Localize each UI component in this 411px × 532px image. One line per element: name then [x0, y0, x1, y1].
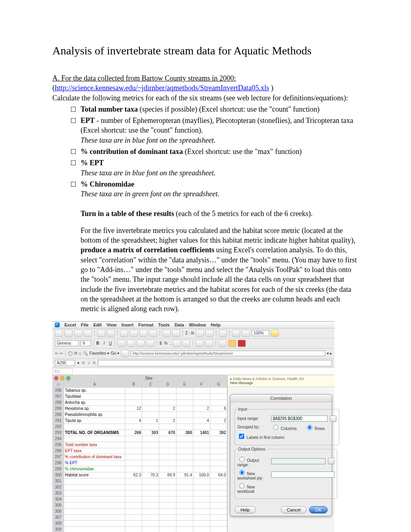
zoom-dot-icon[interactable] [66, 376, 71, 380]
minimize-dot-icon[interactable] [60, 376, 64, 380]
toolbar-button[interactable] [130, 330, 138, 337]
spreadsheet-grid[interactable]: ◇ABCDEFG286Tabanus sp.287Tipulidae288Ant… [52, 381, 227, 532]
increase-decimal-button[interactable] [172, 340, 181, 347]
borders-button[interactable] [218, 340, 226, 347]
radio-output-range[interactable]: Output range: [237, 455, 269, 467]
window-title: Stre [72, 376, 226, 380]
home-icon[interactable]: ⌂ [79, 351, 81, 355]
merge-button[interactable] [146, 340, 154, 347]
metric-chiro-note: These taxa are in green font on the spre… [81, 190, 219, 198]
back-icon[interactable]: ⇦ [55, 351, 58, 355]
toolbar-separator [183, 330, 183, 337]
menu-data[interactable]: Data [174, 322, 184, 327]
toolbar-button[interactable] [55, 330, 63, 337]
toolbar-separator [193, 340, 193, 347]
font-select[interactable]: Geneva [55, 340, 79, 346]
worksheet-name-field[interactable] [271, 472, 334, 478]
refresh-icon[interactable]: ⟳ [74, 351, 77, 355]
toolbar-button[interactable] [107, 330, 115, 337]
help-button[interactable]: Help [235, 506, 256, 513]
ok-button[interactable]: OK [309, 506, 328, 513]
zoom-select[interactable]: 100% [251, 330, 269, 336]
metric-total-taxa-desc: (species if possible) (Excel shortcut: u… [138, 105, 320, 113]
toolbar-button[interactable] [149, 330, 157, 337]
menu-format[interactable]: Format [138, 322, 153, 327]
menu-tools[interactable]: Tools [158, 322, 170, 327]
url-field[interactable]: http://science.kennesaw.edu/~jdirnber/aq… [131, 351, 325, 356]
font-size-select[interactable]: 9 [81, 340, 91, 346]
toolbar-button[interactable] [162, 330, 170, 337]
formula-input[interactable] [98, 360, 332, 366]
radio-new-workbook[interactable]: New workbook [237, 482, 269, 494]
metric-item-ept: EPT - number of Ephemeropteran (mayflies… [81, 116, 359, 145]
metric-item-chironomidae: % Chironomidae These taxa are in green f… [81, 179, 359, 199]
menu-excel[interactable]: Excel [64, 322, 76, 327]
input-range-field[interactable] [271, 416, 328, 422]
menu-window[interactable]: Window [189, 322, 206, 327]
metric-total-taxa-label: Total number taxa [81, 105, 138, 113]
radio-rows[interactable]: Rows [305, 424, 336, 431]
menu-edit[interactable]: Edit [93, 322, 102, 327]
go-button[interactable]: Go ▾ [111, 351, 119, 355]
toolbar-button[interactable] [219, 330, 227, 337]
toolbar-button[interactable] [196, 330, 204, 337]
indent-button[interactable] [195, 340, 203, 347]
decrease-decimal-button[interactable] [182, 340, 190, 347]
toolbar-button[interactable] [206, 330, 214, 337]
align-right-button[interactable] [137, 340, 145, 347]
toolbar-button[interactable] [139, 330, 147, 337]
toolbar-button[interactable] [84, 330, 92, 337]
close-dot-icon[interactable] [54, 376, 58, 380]
data-url-link[interactable]: http://science.kennesaw.edu/~jdirnber/aq… [55, 84, 269, 92]
toolbar-separator [117, 330, 118, 337]
toolbar-button[interactable] [74, 330, 82, 337]
range-picker-icon[interactable] [330, 416, 336, 422]
labels-first-checkbox[interactable]: Labels in first column [237, 432, 284, 440]
radio-columns[interactable]: Columns [271, 424, 303, 431]
toolbar-button[interactable] [121, 350, 129, 357]
dialog-title: Correlation [230, 395, 332, 402]
outdent-button[interactable] [205, 340, 213, 347]
accept-formula-icon[interactable]: ✓ [87, 361, 91, 365]
turn-in-bold: Turn in a table of these results [81, 210, 174, 218]
font-color-button[interactable] [238, 340, 246, 347]
web-toolbar: ⇦ ⇨ ◯ ⟳ ⌂ 🔍 Favorites ▾ Go ▾ http://scie… [52, 349, 334, 359]
toolbar-button[interactable] [242, 330, 250, 337]
radio-new-worksheet[interactable]: New worksheet ply: [237, 469, 269, 480]
metric-ept-label: EPT [81, 116, 95, 125]
help-icon[interactable] [271, 330, 279, 337]
menu-view[interactable]: View [106, 322, 116, 327]
toolbar-button[interactable] [64, 330, 73, 337]
cancel-button[interactable]: Cancel [281, 506, 307, 513]
forward-icon[interactable]: ⇨ [60, 351, 63, 355]
turn-in-rest: (each of the 5 metrics for each of the 6… [174, 210, 313, 218]
grouped-by-label: Grouped by: [237, 425, 269, 429]
toolbar-button[interactable] [172, 330, 180, 337]
corr-para-bold: produce a matrix of correlation coeffici… [81, 246, 214, 254]
align-center-button[interactable] [127, 340, 135, 347]
toolbar-button[interactable] [120, 330, 128, 337]
favorites-button[interactable]: Favorites ▾ [89, 351, 109, 355]
name-box[interactable]: A295 [55, 360, 75, 366]
toolbar-separator [160, 330, 160, 337]
menu-file[interactable]: File [81, 322, 89, 327]
menu-insert[interactable]: Insert [121, 322, 133, 327]
toolbar-separator [65, 350, 66, 357]
toolbar-button[interactable] [232, 330, 240, 337]
menu-help[interactable]: Help [211, 322, 220, 327]
stop-icon[interactable]: ◯ [68, 351, 73, 355]
cancel-formula-icon[interactable]: ✕ [82, 361, 85, 365]
range-picker-icon[interactable] [328, 458, 334, 464]
fill-color-button[interactable] [228, 340, 236, 347]
apple-icon[interactable] [55, 322, 60, 327]
formula-bar: A295 ▾ ✕ ✓ = [52, 359, 334, 368]
align-left-button[interactable] [117, 340, 125, 347]
worksheet[interactable]: Stre ◇ABCDEFG286Tabanus sp.287Tipulidae2… [52, 375, 227, 532]
metric-pctept-label: % EPT [81, 159, 104, 167]
metric-item-dominant: % contribution of dominant taxa (Excel s… [81, 147, 359, 156]
toolbar-button[interactable] [97, 330, 105, 337]
output-range-field[interactable] [271, 458, 326, 464]
search-icon[interactable]: 🔍 [83, 351, 88, 355]
cc-field[interactable] [73, 368, 334, 375]
correlation-dialog: Correlation Input Input range: Grouped b… [230, 394, 332, 516]
